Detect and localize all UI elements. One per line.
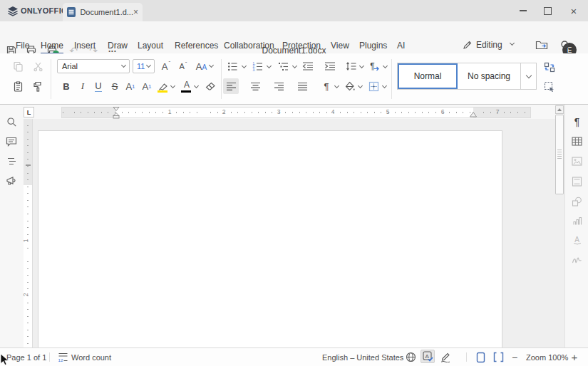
right-indent-marker[interactable] [470, 112, 477, 117]
decrease-font-size-button[interactable]: Aˇ [175, 58, 191, 74]
find-panel-button[interactable] [5, 115, 18, 128]
editing-mode-label[interactable]: Editing [476, 40, 502, 50]
style-normal[interactable]: Normal [398, 63, 458, 89]
bullets-button[interactable] [225, 58, 240, 74]
paste-button[interactable] [10, 78, 26, 94]
italic-button[interactable]: I [75, 78, 91, 94]
set-language-button[interactable] [404, 348, 417, 366]
document-page[interactable] [38, 130, 502, 348]
copy-button[interactable] [10, 58, 26, 74]
search-button[interactable] [559, 38, 572, 51]
comments-panel-button[interactable] [5, 135, 18, 147]
font-color-button[interactable]: A [179, 78, 195, 94]
bullets-chevron-icon[interactable] [242, 63, 247, 68]
borders-chevron-icon[interactable] [382, 83, 387, 88]
fit-page-button[interactable] [474, 348, 487, 366]
bold-button[interactable]: B [58, 78, 74, 94]
fit-width-button[interactable] [492, 348, 505, 366]
font-name-select[interactable]: Arial [57, 59, 130, 73]
word-count-label[interactable]: Word count [71, 348, 111, 366]
menu-tab-plugins[interactable]: Plugins [359, 38, 387, 53]
vertical-ruler[interactable]: 1 2 [24, 119, 33, 347]
select-all-button[interactable] [542, 79, 557, 95]
table-settings-button[interactable] [571, 135, 583, 147]
font-color-chevron-icon[interactable] [194, 83, 199, 88]
font-size-select[interactable]: 11 [133, 59, 155, 73]
superscript-button[interactable]: A1 [123, 78, 138, 94]
shading-chevron-icon[interactable] [358, 83, 363, 88]
maximize-button[interactable] [537, 0, 558, 21]
line-spacing-button[interactable] [344, 58, 359, 74]
image-settings-button[interactable] [571, 155, 583, 167]
chart-settings-button[interactable] [571, 214, 583, 226]
menu-tab-file[interactable]: File [16, 38, 29, 53]
zoom-out-button[interactable]: − [509, 348, 520, 366]
nonprinting-characters-button[interactable]: ¶ [319, 78, 334, 94]
tab-stop-selector[interactable]: L [24, 107, 34, 117]
strikethrough-button[interactable]: S [107, 78, 123, 94]
menu-tab-insert[interactable]: Insert [74, 38, 96, 53]
multilevel-list-chevron-icon[interactable] [292, 63, 297, 68]
nonprinting-chevron-icon[interactable] [334, 83, 339, 88]
numbering-button[interactable]: 1.2.3. [249, 58, 265, 74]
styles-gallery-expand-button[interactable] [520, 63, 536, 89]
align-center-button[interactable] [247, 78, 263, 94]
menu-tab-collaboration[interactable]: Collaboration [224, 38, 274, 53]
text-art-settings-button[interactable]: A [571, 234, 583, 246]
cut-button[interactable] [30, 58, 46, 74]
document-language-button[interactable]: English – United States [322, 348, 403, 366]
menu-tab-references[interactable]: References [175, 38, 218, 53]
editing-mode-button[interactable] [462, 39, 473, 51]
left-indent-marker[interactable] [113, 113, 120, 119]
open-file-location-button[interactable] [535, 38, 549, 51]
shape-settings-button[interactable] [571, 195, 583, 207]
tab-close-icon[interactable]: × [133, 7, 138, 17]
menu-tab-ai[interactable]: AI [397, 38, 405, 53]
menu-tab-draw[interactable]: Draw [108, 38, 128, 53]
track-changes-button[interactable] [439, 348, 452, 366]
scrollbar-thumb[interactable] [555, 115, 564, 194]
first-line-indent-marker[interactable] [113, 107, 120, 111]
borders-button[interactable] [366, 78, 381, 94]
highlight-color-chevron-icon[interactable] [170, 83, 175, 88]
subscript-button[interactable]: A1 [139, 78, 155, 94]
menu-tab-view[interactable]: View [331, 38, 349, 53]
paragraph-options-chevron-icon[interactable] [383, 63, 388, 68]
editing-mode-chevron-icon[interactable] [510, 41, 515, 46]
minimize-button[interactable] [512, 0, 534, 21]
headings-panel-button[interactable] [5, 155, 18, 167]
paragraph-settings-button[interactable]: ¶ [571, 115, 583, 127]
scroll-up-button[interactable] [555, 105, 564, 114]
zoom-in-button[interactable]: + [569, 348, 580, 366]
line-spacing-chevron-icon[interactable] [359, 63, 364, 68]
underline-button[interactable]: U [91, 78, 106, 94]
clear-style-button[interactable] [202, 78, 218, 94]
menu-tab-layout[interactable]: Layout [138, 38, 163, 53]
page-indicator[interactable]: Page 1 of 1 [6, 348, 46, 366]
spell-checking-button[interactable]: A [421, 350, 435, 363]
style-no-spacing[interactable]: No spacing [458, 63, 520, 89]
align-left-button[interactable] [223, 78, 239, 94]
numbering-chevron-icon[interactable] [267, 63, 272, 68]
word-count-button[interactable]: 12 [57, 348, 68, 366]
horizontal-ruler[interactable]: 1 2 3 4 5 6 7 [61, 107, 531, 118]
document-tab[interactable]: Document1.d... × [63, 3, 143, 21]
justify-button[interactable] [294, 78, 310, 94]
copy-style-button[interactable] [30, 78, 46, 94]
shading-button[interactable] [342, 78, 358, 94]
highlight-color-button[interactable] [155, 78, 171, 94]
menu-tab-home[interactable]: Home [41, 38, 63, 54]
find-and-replace-button[interactable] [542, 59, 557, 75]
header-footer-settings-button[interactable] [571, 175, 583, 187]
decrease-indent-button[interactable] [300, 58, 316, 74]
feedback-support-button[interactable] [5, 174, 18, 187]
menu-tab-protection[interactable]: Protection [282, 38, 321, 53]
increase-font-size-button[interactable]: Aˆ [158, 58, 174, 74]
vertical-scrollbar[interactable] [555, 105, 564, 347]
zoom-level-label[interactable]: Zoom 100% [526, 348, 568, 366]
signature-settings-button[interactable] [571, 253, 583, 266]
multilevel-list-button[interactable] [275, 58, 291, 74]
change-case-button[interactable]: A A [192, 58, 217, 74]
paragraph-options-button[interactable]: ¶ [367, 58, 383, 74]
align-right-button[interactable] [271, 78, 287, 94]
